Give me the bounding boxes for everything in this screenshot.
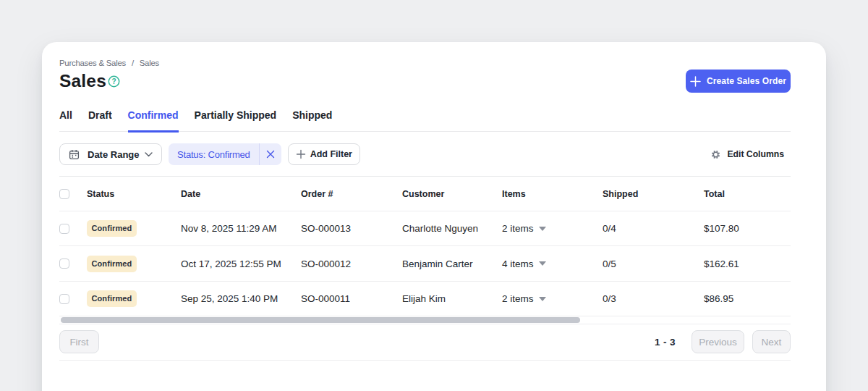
svg-text:?: ? [111,77,116,85]
